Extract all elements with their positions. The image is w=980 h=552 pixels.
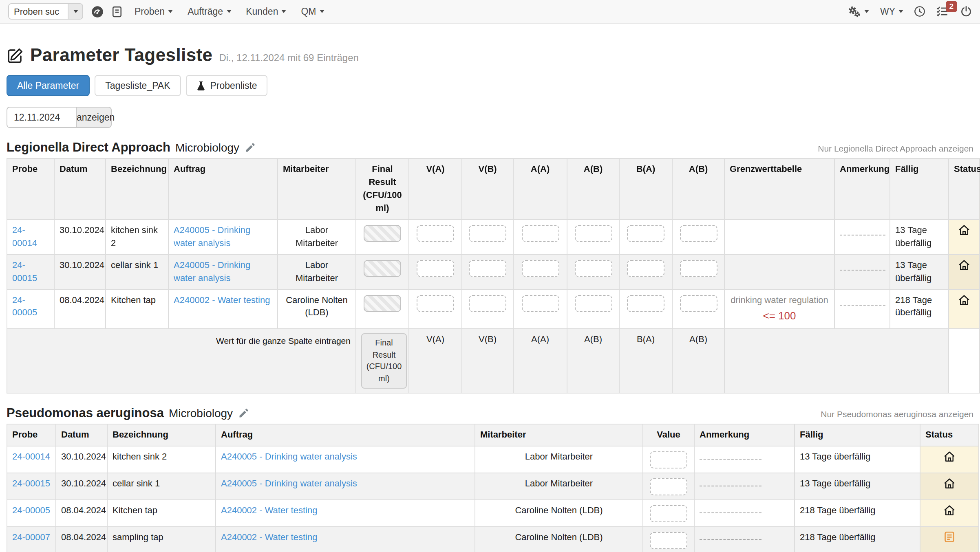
status-cell xyxy=(949,254,980,289)
value-input[interactable] xyxy=(650,505,687,522)
table-row: 24-00015 30.10.2024 cellar sink 1 A24000… xyxy=(7,254,980,289)
faellig-cell: 218 Tage überfällig xyxy=(795,500,920,527)
main-menu: Proben Aufträge Kunden QM xyxy=(127,7,332,16)
show-button[interactable]: anzeigen xyxy=(76,107,112,128)
aa-input[interactable] xyxy=(521,260,559,277)
tasks-button[interactable]: 2 xyxy=(936,6,948,17)
va-input[interactable] xyxy=(417,260,454,277)
value-input[interactable] xyxy=(650,532,687,549)
probe-link[interactable]: 24-00015 xyxy=(12,260,37,282)
auftrag-link[interactable]: A240005 - Drinking water analysis xyxy=(221,478,357,488)
date-input[interactable] xyxy=(7,107,76,128)
ba-input[interactable] xyxy=(627,295,664,312)
col-auftrag: Auftrag xyxy=(216,424,475,446)
vb-input[interactable] xyxy=(469,260,506,277)
anmerkung-field[interactable] xyxy=(700,512,761,513)
filter-legionella-link[interactable]: Nur Legionella Direct Approach anzeigen xyxy=(818,143,973,153)
col-faellig: Fällig xyxy=(890,158,949,220)
va-input[interactable] xyxy=(417,225,454,242)
vb-input[interactable] xyxy=(469,295,506,312)
menu-qm[interactable]: QM xyxy=(294,7,331,16)
report-icon xyxy=(944,531,955,543)
pencil-icon[interactable] xyxy=(244,142,256,153)
col-final-result: Final Result (CFU/100 ml) xyxy=(356,158,409,220)
ab-input[interactable] xyxy=(574,260,612,277)
va-column-action[interactable]: V(A) xyxy=(409,329,462,394)
auftrag-link[interactable]: A240005 - Drinking water analysis xyxy=(174,225,250,248)
va-input[interactable] xyxy=(417,295,454,312)
ab2-input[interactable] xyxy=(680,260,717,277)
auftrag-link[interactable]: A240002 - Water testing xyxy=(221,532,317,542)
col-grenzwerttabelle: Grenzwerttabelle xyxy=(724,158,834,220)
table-row: 24-00014 30.10.2024 kitchen sink 2 A2400… xyxy=(7,220,980,255)
pencil-icon[interactable] xyxy=(238,408,249,419)
ab2-input[interactable] xyxy=(680,295,717,312)
aa-input[interactable] xyxy=(521,225,559,242)
anmerkung-field[interactable] xyxy=(840,269,885,270)
ab-column-action[interactable]: A(B) xyxy=(567,329,619,394)
tab-probenliste[interactable]: Probenliste xyxy=(186,75,268,96)
vb-input[interactable] xyxy=(469,225,506,242)
auftrag-link[interactable]: A240002 - Water testing xyxy=(221,505,317,515)
col-probe: Probe xyxy=(7,424,56,446)
value-input[interactable] xyxy=(650,451,687,468)
ba-input[interactable] xyxy=(627,225,664,242)
col-status: Status xyxy=(949,158,980,220)
anmerkung-field[interactable] xyxy=(700,539,761,540)
final-result-input xyxy=(364,225,401,242)
bezeichnung-cell: Kitchen tap xyxy=(107,500,216,527)
grenzwert-limit: <= 100 xyxy=(730,309,829,325)
ab-input[interactable] xyxy=(574,295,612,312)
probe-link[interactable]: 24-00005 xyxy=(12,505,50,515)
anmerkung-field[interactable] xyxy=(840,304,885,305)
clock-icon[interactable] xyxy=(914,6,925,17)
menu-kunden[interactable]: Kunden xyxy=(238,7,294,16)
section-category: Microbiology xyxy=(169,407,233,420)
grenzwert-cell xyxy=(724,254,834,289)
house-icon xyxy=(958,224,970,236)
status-cell xyxy=(920,446,979,473)
ba-column-action[interactable]: B(A) xyxy=(619,329,672,394)
anmerkung-field[interactable] xyxy=(840,235,885,235)
notification-badge: 2 xyxy=(945,1,957,12)
ab-input[interactable] xyxy=(574,225,612,242)
tab-tagesliste-pak[interactable]: Tagesliste_PAK xyxy=(95,75,181,96)
col-vb: V(B) xyxy=(462,158,513,220)
ba-input[interactable] xyxy=(627,260,664,277)
auftrag-link[interactable]: A240005 - Drinking water analysis xyxy=(174,260,250,282)
final-result-column-button[interactable]: Final Result (CFU/100 ml) xyxy=(361,334,407,389)
aa-input[interactable] xyxy=(521,295,559,312)
view-tabs: Alle Parameter Tagesliste_PAK Probenlist… xyxy=(7,75,973,96)
probe-link[interactable]: 24-00015 xyxy=(12,478,50,488)
aa-column-action[interactable]: A(A) xyxy=(513,329,567,394)
sample-search-group xyxy=(8,3,83,20)
search-input[interactable] xyxy=(9,4,68,19)
flask-icon xyxy=(196,80,205,91)
filter-pseudomonas-link[interactable]: Nur Pseudomonas aeruginosa anzeigen xyxy=(821,409,973,419)
menu-proben[interactable]: Proben xyxy=(127,7,180,16)
ab2-column-action[interactable]: A(B) xyxy=(672,329,724,394)
power-icon[interactable] xyxy=(960,6,972,17)
mitarbeiter-cell: Caroline Nolten (LDB) xyxy=(475,527,643,552)
settings-menu[interactable] xyxy=(848,5,870,18)
menu-auftraege[interactable]: Aufträge xyxy=(180,7,238,16)
search-dropdown-button[interactable] xyxy=(68,4,82,19)
section-category: Microbiology xyxy=(175,141,239,154)
anmerkung-field[interactable] xyxy=(700,486,761,486)
user-menu[interactable]: WY xyxy=(880,7,903,16)
section-pseudomonas: Pseudomonas aeruginosa Microbiology Nur … xyxy=(7,406,973,552)
anmerkung-field[interactable] xyxy=(700,459,761,460)
probe-link[interactable]: 24-00014 xyxy=(12,451,50,461)
ab2-input[interactable] xyxy=(680,225,717,242)
vb-column-action[interactable]: V(B) xyxy=(462,329,513,394)
value-input[interactable] xyxy=(650,478,687,495)
probe-link[interactable]: 24-00007 xyxy=(12,532,50,542)
speedometer-icon[interactable] xyxy=(91,5,104,18)
bezeichnung-cell: cellar sink 1 xyxy=(106,254,168,289)
tab-alle-parameter[interactable]: Alle Parameter xyxy=(7,75,90,96)
probe-link[interactable]: 24-00005 xyxy=(12,295,37,317)
auftrag-link[interactable]: A240002 - Water testing xyxy=(174,295,270,304)
probe-link[interactable]: 24-00014 xyxy=(12,225,37,248)
document-icon[interactable] xyxy=(112,5,122,18)
auftrag-link[interactable]: A240005 - Drinking water analysis xyxy=(221,451,357,461)
